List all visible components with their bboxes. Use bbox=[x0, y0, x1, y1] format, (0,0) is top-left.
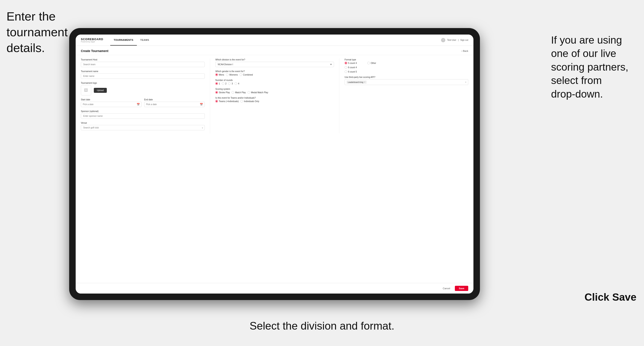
scoring-stroke[interactable]: Stroke Play bbox=[215, 91, 230, 94]
host-input[interactable] bbox=[81, 62, 205, 67]
venue-group: Venue ▾ bbox=[81, 122, 205, 130]
scoring-medal-radio[interactable] bbox=[248, 91, 250, 94]
scoring-label: Scoring system bbox=[215, 88, 334, 90]
rounds-4[interactable]: 4 bbox=[234, 82, 239, 85]
name-input[interactable] bbox=[81, 73, 205, 79]
nav-links: TOURNAMENTS TEAMS bbox=[110, 34, 152, 45]
scoring-group: Scoring system Stroke Play Match Play bbox=[215, 88, 334, 94]
sponsor-input[interactable] bbox=[81, 113, 205, 119]
date-group: Start date 📅 End date 📅 bbox=[81, 98, 205, 107]
rounds-3[interactable]: 3 bbox=[228, 82, 233, 85]
teams-group: Is this event for Teams and/or Individua… bbox=[215, 97, 334, 103]
live-scoring-select[interactable]: Leaderboard King × ▾ bbox=[344, 79, 468, 85]
tablet-frame: SCOREBOARD Powered by clippit TOURNAMENT… bbox=[69, 28, 480, 300]
live-scoring-group: Use third-party live scoring API? Leader… bbox=[344, 76, 468, 85]
venue-input[interactable] bbox=[81, 125, 205, 130]
scoring-match-radio[interactable] bbox=[232, 91, 234, 94]
cancel-button[interactable]: Cancel bbox=[440, 286, 453, 291]
format-label: Format type bbox=[344, 58, 468, 61]
scoring-medal[interactable]: Medal Match Play bbox=[248, 91, 268, 94]
gender-combined[interactable]: Combined bbox=[240, 73, 253, 76]
end-calendar-icon: 📅 bbox=[200, 103, 203, 106]
rounds-2-radio[interactable] bbox=[222, 82, 224, 85]
teams-individuals-radio[interactable] bbox=[240, 100, 243, 103]
save-button[interactable]: Save bbox=[455, 286, 468, 291]
gender-mens-radio[interactable] bbox=[215, 73, 218, 76]
nav-tournaments[interactable]: TOURNAMENTS bbox=[110, 34, 137, 45]
teams-individuals-only[interactable]: Individuals Only bbox=[240, 100, 259, 103]
form-title: Create Tournament bbox=[81, 49, 108, 53]
back-link[interactable]: Back bbox=[462, 50, 468, 52]
format-6count5[interactable]: 6 count 5 bbox=[344, 70, 357, 73]
end-date-input[interactable] bbox=[144, 102, 205, 107]
sign-out-link[interactable]: Sign out bbox=[460, 39, 468, 41]
teams-radio-group: Teams (+Individuals) Individuals Only bbox=[215, 100, 334, 103]
format-options-container: 5 count 4 6 count 4 6 count 5 bbox=[344, 62, 468, 73]
rounds-1[interactable]: 1 bbox=[215, 82, 220, 85]
date-row: Start date 📅 End date 📅 bbox=[81, 98, 205, 107]
logo-area: SCOREBOARD Powered by clippit bbox=[81, 37, 103, 43]
gender-mens[interactable]: Mens bbox=[215, 73, 224, 76]
rounds-label: Number of rounds bbox=[215, 79, 334, 81]
rounds-radio-group: 1 2 3 4 bbox=[215, 82, 334, 85]
format-other-radio[interactable] bbox=[367, 62, 370, 64]
gender-group: Which gender is the event for? Mens Wome… bbox=[215, 70, 334, 76]
name-group: Tournament name bbox=[81, 70, 205, 79]
name-label: Tournament name bbox=[81, 70, 205, 73]
form-col-middle: Which division is the event for? NCAA Di… bbox=[210, 58, 339, 133]
teams-plus-individuals[interactable]: Teams (+Individuals) bbox=[215, 100, 239, 103]
scoring-radio-group: Stroke Play Match Play Medal Match Play bbox=[215, 91, 334, 94]
scoring-stroke-radio[interactable] bbox=[215, 91, 218, 94]
start-date-input[interactable] bbox=[81, 102, 142, 107]
live-scoring-chevron-icon: ▾ bbox=[465, 81, 466, 83]
start-date-group: Start date 📅 bbox=[81, 98, 142, 107]
end-date-group: End date 📅 bbox=[144, 98, 205, 107]
sponsor-label: Sponsor (optional) bbox=[81, 110, 205, 112]
gender-womens[interactable]: Womens bbox=[226, 73, 238, 76]
format-6count4-radio[interactable] bbox=[344, 66, 347, 69]
annotation-top-right: If you are using one of our live scoring… bbox=[551, 33, 638, 101]
venue-chevron-icon: ▾ bbox=[202, 127, 203, 129]
user-avatar: T bbox=[441, 38, 445, 42]
venue-select-wrap: ▾ bbox=[81, 125, 205, 130]
rounds-3-radio[interactable] bbox=[228, 82, 231, 85]
format-6count5-radio[interactable] bbox=[344, 70, 347, 73]
start-date-label: Start date bbox=[81, 98, 142, 101]
scoring-match[interactable]: Match Play bbox=[232, 91, 246, 94]
gender-combined-radio[interactable] bbox=[240, 73, 242, 76]
rounds-4-radio[interactable] bbox=[234, 82, 237, 85]
form-col-right: Format type 5 count 4 6 count 4 bbox=[339, 58, 468, 133]
nav-separator: | bbox=[458, 39, 459, 41]
teams-plus-radio[interactable] bbox=[215, 100, 218, 103]
form-col-left: Tournament Host Tournament name Tourname… bbox=[81, 58, 210, 133]
format-5count4-radio[interactable] bbox=[344, 62, 347, 64]
annotation-top-left: Enter the tournament details. bbox=[6, 9, 68, 56]
division-select[interactable]: NCAA Division I bbox=[215, 62, 334, 67]
logo-upload-area: 🖼 Upload bbox=[81, 85, 205, 95]
format-5count4[interactable]: 5 count 4 bbox=[344, 62, 357, 64]
tablet-screen: SCOREBOARD Powered by clippit TOURNAMENT… bbox=[76, 34, 474, 294]
live-scoring-tag-close[interactable]: × bbox=[364, 81, 365, 83]
start-calendar-icon: 📅 bbox=[137, 103, 140, 106]
nav-teams[interactable]: TEAMS bbox=[137, 34, 152, 45]
upload-button[interactable]: Upload bbox=[94, 88, 107, 93]
gender-label: Which gender is the event for? bbox=[215, 70, 334, 73]
live-scoring-label: Use third-party live scoring API? bbox=[344, 76, 468, 78]
teams-label: Is this event for Teams and/or Individua… bbox=[215, 97, 334, 99]
format-6count4[interactable]: 6 count 4 bbox=[344, 66, 357, 69]
venue-label: Venue bbox=[81, 122, 205, 124]
host-label: Tournament Host bbox=[81, 58, 205, 61]
user-name: Test User bbox=[447, 39, 456, 41]
form-body: Tournament Host Tournament name Tourname… bbox=[76, 55, 474, 137]
form-header: Create Tournament Back bbox=[76, 46, 474, 55]
format-other[interactable]: Other bbox=[367, 62, 376, 64]
rounds-2[interactable]: 2 bbox=[222, 82, 226, 85]
nav-right: T Test User | Sign out bbox=[441, 38, 468, 42]
logo-sub: Powered by clippit bbox=[81, 41, 103, 43]
format-group: Format type 5 count 4 6 count 4 bbox=[344, 58, 468, 73]
rounds-1-radio[interactable] bbox=[215, 82, 218, 85]
gender-womens-radio[interactable] bbox=[226, 73, 228, 76]
end-date-label: End date bbox=[144, 98, 205, 101]
division-label: Which division is the event for? bbox=[215, 58, 334, 61]
gender-radio-group: Mens Womens Combined bbox=[215, 73, 334, 76]
